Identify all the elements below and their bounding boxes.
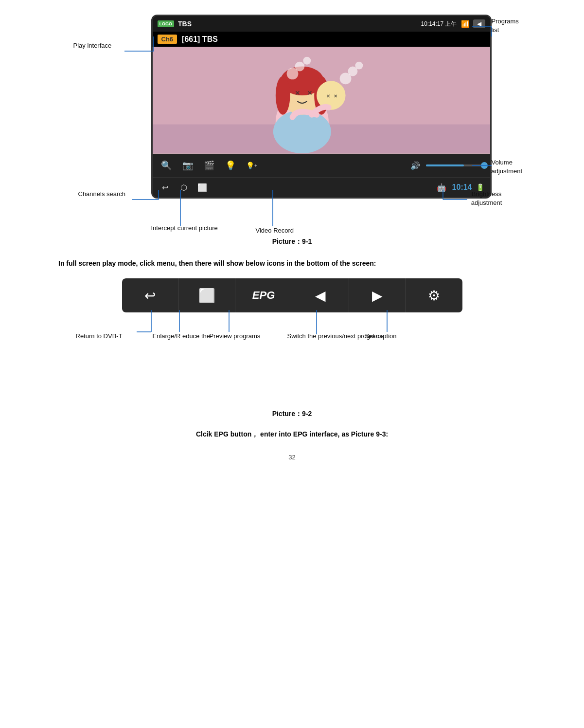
recent-apps-icon[interactable]: ⬜ [195, 181, 209, 194]
video-record-label: Video Record [256, 226, 294, 235]
body-paragraph: In full screen play mode, click menu, th… [58, 258, 526, 269]
settings-button[interactable]: ⚙ [406, 278, 462, 312]
enlarge-label: Enlarge/R educe the [153, 332, 211, 341]
next-button[interactable]: ▶ [349, 278, 406, 312]
preview-label: Preview programs [210, 332, 261, 341]
camera-icon[interactable]: 📷 [180, 158, 195, 173]
back-nav-icon[interactable]: ↩ [159, 181, 172, 194]
programs-list-label: Programs list [492, 17, 519, 35]
page-number: 32 [29, 454, 555, 461]
channel-name: [661] TBS [182, 35, 218, 44]
svg-point-18 [355, 62, 363, 70]
svg-text:✕: ✕ [307, 89, 313, 97]
figure1-annotation: LOGO TBS 10:14:17 上午 📶 ◀ Ch6 [661] TBS [73, 15, 511, 199]
channel-badge: Ch6 [158, 35, 177, 44]
brightness-down-icon[interactable]: 💡 [223, 158, 238, 173]
video-record-icon[interactable]: 🎬 [201, 158, 217, 173]
svg-point-14 [295, 62, 304, 72]
home-icon[interactable]: ⬡ [177, 181, 191, 194]
return-icon: ↩ [144, 288, 156, 304]
prev-icon: ◀ [315, 288, 326, 304]
volume-fill [426, 164, 464, 166]
figure2-annotation: ↩ ⬜ EPG ◀ ▶ ⚙ [73, 278, 511, 312]
intercept-label: Intercept current picture [151, 224, 218, 233]
channel-title: TBS [178, 20, 417, 28]
volume-adj-label: Volume adjustment [492, 158, 523, 176]
android-icon: 🤖 [435, 181, 448, 194]
click-epg-text: Clcik EPG button， enter into EPG interfa… [58, 430, 526, 439]
nav-bar: ↩ ⬡ ⬜ 🤖 10:14 🔋 [153, 177, 490, 197]
volume-thumb [481, 162, 488, 169]
svg-point-15 [303, 57, 311, 65]
svg-text:✕: ✕ [326, 93, 330, 99]
volume-slider[interactable] [426, 164, 484, 166]
epg-button[interactable]: EPG [235, 278, 292, 312]
cartoon-svg: ✕ ✕ ✕ ✕ [153, 47, 490, 154]
enlarge-button[interactable]: ⬜ [178, 278, 235, 312]
status-time: 10:14:17 上午 [421, 20, 457, 28]
return-button[interactable]: ↩ [122, 278, 179, 312]
volume-track [426, 164, 484, 166]
svg-point-3 [273, 110, 331, 153]
bottom-controls-frame: ↩ ⬜ EPG ◀ ▶ ⚙ [122, 278, 462, 312]
set-caption-label: Set caption [365, 332, 397, 341]
epg-icon: EPG [252, 289, 275, 302]
figure2-caption: Picture：9-2 [29, 410, 555, 419]
app-logo: LOGO [158, 20, 175, 27]
bottom-controls-bar: ↩ ⬜ EPG ◀ ▶ ⚙ [122, 278, 462, 312]
svg-text:✕: ✕ [333, 93, 337, 99]
controls-bar: 🔍 📷 🎬 💡 💡+ 🔊 [153, 154, 490, 177]
channel-bar: Ch6 [661] TBS [153, 32, 490, 47]
brightness-label: Brightness adjustment [462, 190, 511, 207]
status-bar: LOGO TBS 10:14:17 上午 📶 ◀ [153, 16, 490, 32]
brightness-up-icon[interactable]: 💡+ [244, 158, 260, 173]
channels-search-label: Channels search [78, 190, 126, 199]
page-container: LOGO TBS 10:14:17 上午 📶 ◀ Ch6 [661] TBS [0, 0, 584, 480]
device-frame: LOGO TBS 10:14:17 上午 📶 ◀ Ch6 [661] TBS [151, 15, 492, 199]
next-icon: ▶ [372, 288, 383, 304]
return-dvbt-label: Return to DVB-T [76, 332, 123, 341]
video-area: ✕ ✕ ✕ ✕ [153, 47, 490, 154]
back-button[interactable]: ◀ [473, 19, 485, 28]
search-icon[interactable]: 🔍 [159, 158, 174, 173]
enlarge-reduce-icon: ⬜ [198, 288, 215, 304]
svg-text:✕: ✕ [295, 89, 301, 97]
play-interface-label: Play interface [73, 41, 112, 50]
figure1-caption: Picture：9-1 [29, 237, 555, 246]
settings-icon: ⚙ [428, 288, 440, 304]
svg-point-6 [275, 76, 290, 114]
signal-icon: 📶 [461, 20, 469, 28]
volume-icon: 🔊 [410, 161, 420, 170]
prev-button[interactable]: ◀ [292, 278, 349, 312]
